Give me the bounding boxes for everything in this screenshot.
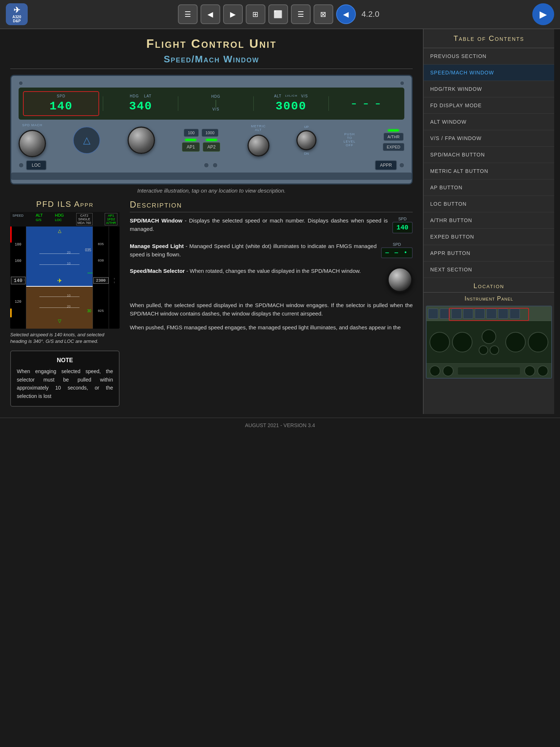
spd-160: 160 <box>15 259 21 263</box>
loc-indicator: ▽ <box>58 318 61 324</box>
spd-mach-knob[interactable] <box>19 130 46 157</box>
ap-group: 100 1000 AP1 AP2 <box>182 129 220 152</box>
pitch-label-20dn: 20 <box>67 305 71 308</box>
app-label1: A320 <box>12 15 21 19</box>
pitch-label-10dn: 10 <box>67 294 71 297</box>
alt-100-btn[interactable]: 100 <box>184 129 198 137</box>
pfd-simulation[interactable]: SPEED ALTG/S HDGLOC CAT2SINGLEMDA 760 AP… <box>10 212 120 329</box>
appr-button[interactable]: APPR <box>375 160 397 170</box>
sidebar-item-ap-button[interactable]: AP BUTTON <box>424 179 554 196</box>
left-screw-group: LOC <box>19 160 47 170</box>
list-button[interactable]: ☰ <box>291 4 311 24</box>
lvl-label: LVL/CH <box>285 94 297 98</box>
mini-disp-label2: SPD <box>381 242 413 247</box>
alt-current-display: 2300 <box>93 277 109 284</box>
inst-gauge-pfd-right <box>505 332 526 352</box>
fcu-controls: SPD MACH △ 100 1000 <box>19 123 404 157</box>
hdg-knob-label: HDG <box>211 94 220 98</box>
desc-title-manage-spd: Manage Speed Light <box>130 243 184 249</box>
alt-readout: 30 <box>87 309 91 313</box>
push-level-off-group: PUSHTOLEVELOFF <box>343 132 355 148</box>
fcu-displays: SPD 140 HDG LAT 340 HDG V/S <box>19 88 404 120</box>
hdg-display-section: HDG LAT 340 <box>107 94 174 113</box>
alt-top-val: 035 <box>98 243 104 246</box>
athr-button[interactable]: A/THR <box>384 133 404 141</box>
sidebar-item-alt-window[interactable]: ALT WINDOW <box>424 114 554 130</box>
pitch-label-10: 10 <box>67 262 71 265</box>
pfd-inner: 180 160 140 120 · <box>10 227 120 329</box>
note-box: NOTE When engaging selected speed, the s… <box>10 351 120 407</box>
spd-current-value: 140 <box>14 278 22 283</box>
metric-alt-group: METRICALT <box>248 124 269 156</box>
triangle-icon: △ <box>83 135 90 146</box>
alt-current-val: 2300 <box>96 278 105 283</box>
mini-disp-value1: 140 <box>392 222 413 233</box>
instrument-panel-simulation[interactable] <box>426 306 552 379</box>
prev-blue-button[interactable]: ◀ <box>336 4 356 24</box>
hdg-trk-section: HDG V/S <box>182 94 249 113</box>
center-screw1 <box>204 163 209 168</box>
page-title: Flight Control Unit <box>10 36 413 51</box>
screw-tl <box>19 81 23 85</box>
desc-text-spd-mach: SPD/MACH Window - Displays the selected … <box>130 217 413 233</box>
exped-button[interactable]: EXPED <box>383 143 404 151</box>
sidebar-item-metric-alt-button[interactable]: METRIC ALT BUTTON <box>424 163 554 179</box>
plane-icon: ✈ <box>13 5 20 15</box>
grid-button[interactable]: ⊞ <box>246 4 265 24</box>
pfd-speed-text: SPEED <box>12 214 24 217</box>
menu-button[interactable]: ☰ <box>178 4 198 24</box>
desc-text-manage-spd: Manage Speed Light - Managed Speed Light… <box>130 242 413 259</box>
inst-gauge-bottom3 <box>524 365 535 376</box>
ap2-button[interactable]: AP2 <box>203 142 221 152</box>
app-icon[interactable]: ✈ A320 D&P <box>6 3 28 25</box>
toc-title: Table of Contents <box>424 29 554 48</box>
footer: AUGUST 2021 - VERSION 3.4 <box>0 418 560 433</box>
footer-text: AUGUST 2021 - VERSION 3.4 <box>245 422 315 428</box>
back-button[interactable]: ◀ <box>201 4 220 24</box>
sidebar-item-fd-display-mode[interactable]: FD DISPLAY MODE <box>424 97 554 114</box>
version-badge: 4.2.0 <box>362 9 380 19</box>
inst-center-group <box>475 329 503 355</box>
hdg-label: HDG <box>130 94 139 98</box>
desc-title: Description <box>130 200 413 212</box>
dn-label: DN <box>304 152 309 155</box>
sidebar-item-appr-button[interactable]: APPR BUTTON <box>424 245 554 262</box>
alt-knob[interactable] <box>248 135 269 156</box>
inst-eng-gauges <box>479 345 499 355</box>
layout-button[interactable]: ⊠ <box>314 4 333 24</box>
sidebar-item-vs-fpa-window[interactable]: V/S / FPA WINDOW <box>424 130 554 147</box>
ap1-button[interactable]: AP1 <box>182 142 200 152</box>
vs-knob[interactable] <box>296 130 316 150</box>
vs2-label: V/S <box>301 94 308 98</box>
sidebar-item-hdg-trk-window[interactable]: HDG/TRK WINDOW <box>424 81 554 97</box>
desc-spd-selector: Speed/Mach Selector - When rotated, chan… <box>130 267 413 295</box>
center-screw2 <box>213 163 218 168</box>
sidebar-item-exped-button[interactable]: EXPED BUTTON <box>424 229 554 245</box>
lat-label: LAT <box>144 94 152 98</box>
alt-1000-btn[interactable]: 1000 <box>202 129 218 137</box>
pfd-speed-tape: 180 160 140 120 · <box>10 227 26 329</box>
sidebar-item-loc-button[interactable]: LOC BUTTON <box>424 196 554 212</box>
next-nav-button[interactable]: ▶ <box>532 3 554 25</box>
sidebar-item-athr-button[interactable]: A/THR BUTTON <box>424 212 554 229</box>
pfd-title: PFD ILS Appr <box>10 200 120 209</box>
page-button[interactable]: ⬜ <box>268 4 288 24</box>
athr-group: A/THR <box>383 129 404 141</box>
hdg-knob[interactable] <box>128 127 155 154</box>
forward-button[interactable]: ▶ <box>223 4 243 24</box>
hdg-push-button[interactable]: △ <box>73 127 100 154</box>
pfd-vs-tape: ↑ ↓ <box>109 227 120 329</box>
mini-disp-label1: SPD <box>392 217 413 221</box>
sep4 <box>328 96 329 111</box>
sidebar-item-next-section[interactable]: NEXT SECTION <box>424 262 554 278</box>
fcu-illustration[interactable]: SPD 140 HDG LAT 340 HDG V/S <box>10 75 413 185</box>
vs-indicator: 035 <box>85 248 91 252</box>
interactive-note: Interactive illustration, tap on any loc… <box>10 187 413 194</box>
sidebar-item-spd-mach-window[interactable]: SPEED/MACH WINDOW <box>424 65 554 81</box>
ap1-green-led <box>185 139 196 141</box>
sidebar-item-prev-section[interactable]: PREVIOUS SECTION <box>424 48 554 65</box>
sidebar-item-spd-mach-button[interactable]: SPD/MACH BUTTON <box>424 147 554 163</box>
alt-bot-val: 025 <box>98 309 104 313</box>
pfd-horizon-area: 10 20 10 20 ✈ <box>26 227 93 329</box>
loc-button[interactable]: LOC <box>26 160 47 170</box>
